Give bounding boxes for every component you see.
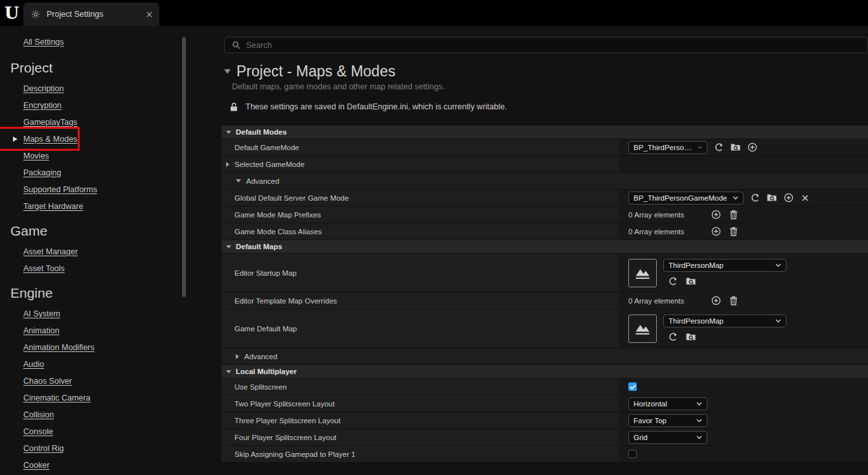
property-label: Four Player Splitscreen Layout xyxy=(222,429,621,445)
map-thumbnail-icon[interactable] xyxy=(628,259,657,287)
property-value: 0 Array elements xyxy=(621,293,868,309)
sidebar-item-ai-system[interactable]: AI System xyxy=(23,305,60,322)
section-title: Local Multiplayer xyxy=(236,368,297,375)
dropdown-value: ThirdPersonMap xyxy=(668,261,724,269)
property-label: Three Player Splitscreen Layout xyxy=(222,412,621,428)
two-player-layout-dropdown[interactable]: Horizontal xyxy=(628,397,707,410)
sidebar-item-control-rig[interactable]: Control Rig xyxy=(23,440,64,457)
search-input[interactable] xyxy=(246,41,862,50)
row-advanced-default-modes[interactable]: Advanced xyxy=(222,173,868,190)
browse-to-asset-icon[interactable] xyxy=(766,192,777,204)
trash-icon[interactable] xyxy=(727,209,739,221)
row-three-player-splitscreen-layout: Three Player Splitscreen Layout Favor To… xyxy=(222,412,868,429)
sidebar-item-chaos-solver[interactable]: Chaos Solver xyxy=(23,373,72,390)
dropdown-value: ThirdPersonMap xyxy=(668,317,724,325)
row-use-splitscreen: Use Splitscreen xyxy=(222,379,868,395)
property-label: Game Mode Class Aliases xyxy=(222,223,621,239)
property-label: Editor Template Map Overrides xyxy=(222,293,621,309)
four-player-layout-dropdown[interactable]: Grid xyxy=(628,431,707,444)
use-selected-asset-icon[interactable] xyxy=(749,192,760,204)
sidebar-item-console[interactable]: Console xyxy=(23,423,53,440)
sidebar-item-supported-platforms[interactable]: Supported Platforms xyxy=(23,181,97,198)
plus-circle-icon[interactable] xyxy=(710,295,722,307)
config-file-notice: These settings are saved in DefaultEngin… xyxy=(228,101,868,113)
search-bar xyxy=(224,37,868,53)
sidebar-item-maps-modes-label[interactable]: Maps & Modes xyxy=(23,131,77,148)
sidebar-item-asset-manager[interactable]: Asset Manager xyxy=(23,243,78,260)
chevron-down-icon xyxy=(733,196,738,200)
array-elements-count: 0 Array elements xyxy=(628,297,705,305)
sidebar-scrollbar[interactable] xyxy=(182,37,186,297)
sidebar-item-cinematic-camera[interactable]: Cinematic Camera xyxy=(23,390,91,406)
row-game-mode-class-aliases: Game Mode Class Aliases 0 Array elements xyxy=(222,223,868,240)
skip-gamepad-checkbox[interactable] xyxy=(628,450,637,458)
chevron-down-icon xyxy=(696,402,702,406)
title-bar: U Project Settings xyxy=(0,0,868,26)
use-splitscreen-checkbox[interactable] xyxy=(628,382,637,391)
collapse-arrow-icon xyxy=(226,131,231,134)
sidebar-item-animation[interactable]: Animation xyxy=(23,322,60,339)
sidebar-item-asset-tools[interactable]: Asset Tools xyxy=(23,260,65,277)
tab-project-settings[interactable]: Project Settings xyxy=(23,3,159,26)
sidebar-item-packaging[interactable]: Packaging xyxy=(23,164,61,181)
row-game-default-map: Game Default Map ThirdPersonMap xyxy=(222,309,868,348)
property-label: Global Default Server Game Mode xyxy=(222,190,621,206)
sidebar-item-target-hardware[interactable]: Target Hardware xyxy=(23,198,83,215)
default-gamemode-dropdown[interactable]: BP_ThirdPersonGameMode xyxy=(628,141,707,154)
map-thumbnail-icon[interactable] xyxy=(628,315,657,343)
editor-startup-map-dropdown[interactable]: ThirdPersonMap xyxy=(663,259,786,272)
game-default-map-dropdown[interactable]: ThirdPersonMap xyxy=(663,315,786,327)
sidebar-item-cooker[interactable]: Cooker xyxy=(23,457,49,474)
sidebar-item-description[interactable]: Description xyxy=(23,80,64,97)
property-label-text: Global Default Server Game Mode xyxy=(234,194,348,202)
sidebar-item-animation-modifiers[interactable]: Animation Modifiers xyxy=(23,339,95,356)
expander-arrow-icon xyxy=(236,354,239,359)
property-label-text: Skip Assigning Gamepad to Player 1 xyxy=(234,450,356,458)
sidebar-item-maps-modes[interactable]: Maps & Modes xyxy=(0,131,77,148)
use-selected-asset-icon[interactable] xyxy=(667,331,678,342)
plus-circle-icon[interactable] xyxy=(710,209,722,221)
collapse-arrow-icon xyxy=(226,370,231,373)
section-header-local-multiplayer[interactable]: Local Multiplayer xyxy=(222,365,868,379)
sidebar-item-gameplaytags[interactable]: GameplayTags xyxy=(23,114,77,131)
collapse-arrow-icon xyxy=(226,245,231,249)
property-value: BP_ThirdPersonGameMode xyxy=(621,139,868,155)
array-elements-count: 0 Array elements xyxy=(628,211,705,219)
use-selected-asset-icon[interactable] xyxy=(713,142,724,153)
plus-circle-icon[interactable] xyxy=(710,226,722,237)
property-label: Selected GameMode xyxy=(222,156,621,172)
section-header-default-maps[interactable]: Default Maps xyxy=(222,240,868,254)
property-label: Editor Startup Map xyxy=(222,254,621,292)
global-server-gamemode-dropdown[interactable]: BP_ThirdPersonGameMode xyxy=(628,192,744,204)
chevron-down-icon xyxy=(698,146,702,149)
plus-circle-icon[interactable] xyxy=(782,192,794,204)
use-selected-asset-icon[interactable] xyxy=(667,275,678,287)
trash-icon[interactable] xyxy=(727,226,739,237)
plus-circle-icon[interactable] xyxy=(746,142,758,153)
unreal-logo-icon: U xyxy=(0,0,23,26)
clear-x-icon[interactable] xyxy=(799,192,811,204)
sidebar-item-movies[interactable]: Movies xyxy=(23,148,49,164)
property-label: Game Default Map xyxy=(222,309,621,348)
browse-to-asset-icon[interactable] xyxy=(685,331,696,342)
sidebar-item-collision[interactable]: Collision xyxy=(23,406,54,423)
expander-arrow-icon[interactable] xyxy=(226,162,229,167)
page-title: Project - Maps & Modes xyxy=(236,61,395,81)
sidebar-item-all-settings[interactable]: All Settings xyxy=(23,34,64,50)
sidebar-item-encryption[interactable]: Encryption xyxy=(23,97,62,114)
sidebar-item-audio[interactable]: Audio xyxy=(23,356,44,373)
browse-to-asset-icon[interactable] xyxy=(685,275,696,287)
property-label-text: Three Player Splitscreen Layout xyxy=(234,417,341,425)
browse-to-asset-icon[interactable] xyxy=(729,142,741,153)
chevron-down-icon xyxy=(775,319,781,323)
config-notice-text: These settings are saved in DefaultEngin… xyxy=(246,102,507,111)
property-value xyxy=(621,156,868,172)
three-player-layout-dropdown[interactable]: Favor Top xyxy=(628,414,707,427)
trash-icon[interactable] xyxy=(727,295,739,307)
section-title: Default Modes xyxy=(236,128,287,136)
section-header-default-modes[interactable]: Default Modes xyxy=(222,126,868,139)
row-advanced-default-maps[interactable]: Advanced xyxy=(222,348,868,365)
property-value: Horizontal xyxy=(621,395,868,412)
tab-close-icon[interactable] xyxy=(146,11,153,18)
collapse-section-icon[interactable] xyxy=(224,69,231,74)
